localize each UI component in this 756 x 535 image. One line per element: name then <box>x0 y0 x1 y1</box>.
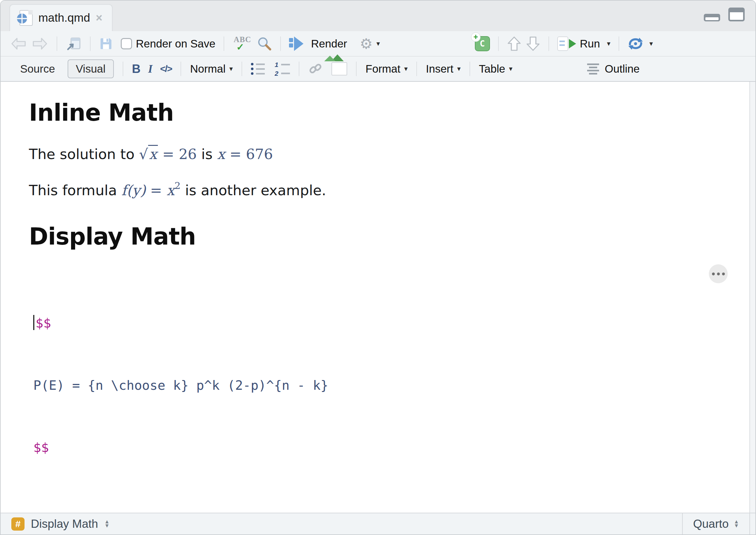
render-on-save-toggle[interactable]: Render on Save <box>121 38 216 50</box>
paragraph-text: is another example. <box>181 182 326 199</box>
bullet-list-icon <box>251 63 265 75</box>
toolbar-separator <box>470 62 470 76</box>
toolbar-separator <box>299 62 299 76</box>
minimize-pane-icon[interactable] <box>704 14 720 21</box>
inline-math-solution: x = 676 <box>217 146 273 162</box>
spellcheck-icon: ABC ✓ <box>232 37 252 51</box>
paragraph-inline-math-2: This formula f(y) = x2 is another exampl… <box>29 182 743 199</box>
run-previous-chunks-button[interactable] <box>507 36 521 51</box>
chevron-down-icon: ▾ <box>509 65 512 73</box>
document-mode-selector[interactable]: Quarto ▲▼ <box>682 513 749 534</box>
numbered-list-button[interactable]: 1 2 <box>274 61 290 77</box>
code-format-button[interactable]: </> <box>160 64 172 74</box>
heading-display-math: Display Math <box>29 224 743 249</box>
sort-arrows-icon: ▲▼ <box>734 520 739 527</box>
maximize-pane-icon[interactable] <box>728 8 745 21</box>
tab-math-qmd[interactable]: math.qmd × <box>10 4 113 31</box>
block-options-button[interactable] <box>709 264 728 283</box>
status-bar: # Display Math ▲▼ Quarto ▲▼ <box>1 513 755 534</box>
run-button[interactable]: Run ▾ <box>557 37 610 51</box>
toolbar-separator <box>416 62 417 76</box>
code-line-2: P(E) = {n \choose k} p^k (2-p)^{n - k} <box>33 375 743 396</box>
insert-chunk-icon: C + <box>475 36 490 51</box>
inline-math-formula: f(y) = x2 <box>121 182 181 199</box>
render-on-save-checkbox[interactable] <box>121 38 132 49</box>
render-button[interactable]: Render <box>289 37 347 51</box>
paragraph-text: This formula <box>29 182 121 199</box>
chevron-down-icon: ▾ <box>457 65 461 73</box>
paragraph-style-dropdown[interactable]: Normal ▾ <box>190 63 233 75</box>
numbered-list-icon: 1 2 <box>274 61 290 77</box>
link-icon <box>308 62 323 76</box>
toolbar-separator <box>619 37 619 51</box>
outline-toggle-button[interactable]: Outline <box>587 63 640 75</box>
open-in-new-window-button[interactable] <box>65 36 82 51</box>
ellipsis-icon <box>722 272 725 275</box>
toolbar-separator <box>548 37 549 51</box>
toolbar-separator <box>123 62 123 76</box>
run-icon <box>557 37 576 51</box>
inline-math-sqrt: √x = 26 <box>139 145 197 162</box>
paragraph-text: is <box>197 146 217 162</box>
main-toolbar: Render on Save ABC ✓ Render ⚙ ▾ <box>1 31 755 56</box>
vertical-scrollbar[interactable] <box>749 82 755 513</box>
italic-button[interactable]: I <box>146 62 155 75</box>
ellipsis-icon <box>717 272 720 275</box>
close-tab-icon[interactable]: × <box>96 12 102 24</box>
chevron-down-icon: ▾ <box>376 40 380 48</box>
source-document-button[interactable]: ▾ <box>627 37 653 51</box>
format-menu[interactable]: Format ▾ <box>365 63 408 75</box>
forward-arrow-icon <box>31 37 48 51</box>
source-mode-button[interactable]: Source <box>13 60 63 78</box>
mode-label: Quarto <box>693 518 729 531</box>
visual-editor-canvas[interactable]: Inline Math The solution to √x = 26 is x… <box>1 82 755 513</box>
display-math-source-editor[interactable]: $$ P(E) = {n \choose k} p^k (2-p)^{n - k… <box>33 271 743 499</box>
search-icon <box>257 36 272 51</box>
toolbar-separator <box>181 62 181 76</box>
toolbar-separator <box>280 37 281 51</box>
rstudio-editor-window: math.qmd × <box>0 0 756 535</box>
toolbar-separator <box>356 62 357 76</box>
insert-menu-label: Insert <box>426 63 453 75</box>
text-cursor <box>33 315 34 330</box>
find-replace-button[interactable] <box>257 36 272 51</box>
bold-button[interactable]: B <box>132 62 141 76</box>
current-block-label: Display Math <box>31 518 98 531</box>
image-icon <box>332 62 347 75</box>
tab-title: math.qmd <box>38 11 90 24</box>
quarto-document-icon <box>19 10 33 26</box>
table-menu[interactable]: Table ▾ <box>479 63 512 75</box>
paragraph-inline-math-1: The solution to √x = 26 is x = 676 <box>29 146 743 163</box>
source-refresh-icon <box>627 37 644 51</box>
insert-chunk-button[interactable]: C + <box>475 36 490 51</box>
code-line-3: $$ <box>33 437 743 458</box>
block-type-selector[interactable]: # Display Math ▲▼ <box>1 513 682 534</box>
spellcheck-button[interactable]: ABC ✓ <box>232 37 252 51</box>
pane-controls <box>704 8 745 21</box>
popout-window-icon <box>65 36 82 51</box>
run-next-chunk-button[interactable] <box>526 36 540 51</box>
back-button[interactable] <box>10 37 27 51</box>
ellipsis-icon <box>712 272 715 275</box>
back-arrow-icon <box>10 37 27 51</box>
chevron-down-icon: ▾ <box>650 40 653 48</box>
render-options-button[interactable]: ⚙ ▾ <box>360 35 380 52</box>
chevron-down-icon: ▾ <box>607 40 610 48</box>
insert-menu[interactable]: Insert ▾ <box>426 63 461 75</box>
chevron-down-icon: ▾ <box>229 65 233 73</box>
toolbar-separator <box>498 37 499 51</box>
toolbar-separator <box>242 62 242 76</box>
paragraph-style-value: Normal <box>190 63 225 75</box>
chevron-down-icon: ▾ <box>404 65 408 73</box>
bullet-list-button[interactable] <box>251 63 265 75</box>
hash-icon: # <box>11 518 24 531</box>
render-label: Render <box>311 38 347 50</box>
forward-button[interactable] <box>31 37 48 51</box>
visual-mode-button[interactable]: Visual <box>68 59 114 78</box>
down-arrow-icon <box>526 36 540 51</box>
insert-image-button[interactable] <box>332 62 347 75</box>
statusbar-corner <box>749 513 755 534</box>
insert-link-button[interactable] <box>308 62 323 76</box>
save-button[interactable] <box>99 37 113 51</box>
sort-arrows-icon: ▲▼ <box>104 520 110 527</box>
